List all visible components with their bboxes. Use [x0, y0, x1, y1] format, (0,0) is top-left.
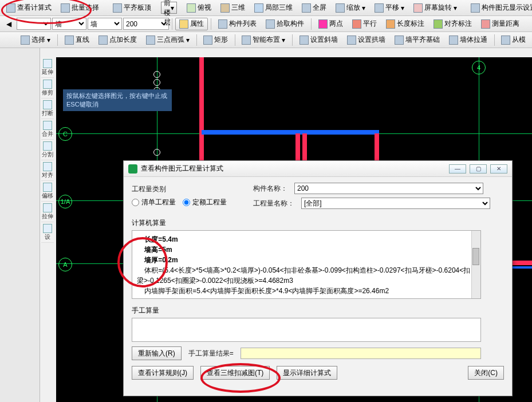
from-icon [501, 36, 510, 45]
property-icon [179, 19, 188, 29]
three-arc-dropdown[interactable]: 三点画弧 ▾ [142, 34, 194, 46]
toolbar-row-1: 查看计算式 批量选择 平齐板顶 当前楼层 ▾ 俯视 三维 局部三维 全屏 缩放 … [0, 0, 532, 16]
pan-dropdown[interactable]: 平移 ▾ [371, 2, 408, 14]
local-3d-button[interactable]: 局部三维 [250, 2, 297, 14]
align-top-label: 平齐板顶 [124, 3, 151, 13]
vtool-break[interactable]: 打断 [41, 98, 54, 119]
dialog-titlebar[interactable]: 查看构件图元工程量计算式 — ▢ ✕ [124, 161, 512, 177]
align-annot-button[interactable]: 对齐标注 [429, 18, 476, 30]
set-ramp-button[interactable]: 设置斜墙 [295, 34, 342, 46]
show-detail-button[interactable]: 显示详细计算式 [277, 366, 337, 380]
smart-layout-dropdown[interactable]: 智能布置 ▾ [238, 34, 289, 46]
close-button[interactable]: 关闭(C) [468, 366, 504, 380]
extend-icon [43, 59, 52, 68]
fullscreen-button[interactable]: 全屏 [298, 2, 330, 14]
radio-bill-input[interactable] [132, 199, 139, 206]
parallel-button[interactable]: 平行 [348, 18, 381, 30]
two-point-button[interactable]: 两点 [314, 18, 347, 30]
toolbar-row-3: 选择 ▾ 直线 点加长度 三点画弧 ▾ 矩形 智能布置 ▾ 设置斜墙 设置拱墙 … [0, 32, 532, 48]
3d-button[interactable]: 三维 [216, 2, 249, 14]
add-length-button[interactable]: 点加长度 [94, 34, 141, 46]
trim-icon [43, 80, 52, 89]
wall-through-button[interactable]: 墙体拉通 [445, 34, 491, 46]
twopoint-icon [318, 19, 328, 29]
pick-component-button[interactable]: 拾取构件 [262, 18, 308, 30]
quantity-name-select[interactable]: [全部] [301, 198, 490, 209]
calculation-textbox[interactable]: 长度=5.4m 墙高=5m 墙厚=0.2m 体积=(5.4<长度>*5<墙高>*… [132, 230, 481, 299]
view-formula-button[interactable]: 查看计算式 [2, 2, 56, 14]
measure-button[interactable]: 测量距离 [477, 18, 523, 30]
vtool-merge[interactable]: 合并 [41, 119, 54, 140]
extend-label: 延伸 [42, 68, 53, 76]
wall-combo-1[interactable]: 墙 [52, 18, 86, 30]
scrollbar-thumb[interactable] [472, 248, 479, 265]
rect-label: 矩形 [214, 35, 228, 45]
component-display-button[interactable]: 构件图元显示设置 [467, 2, 532, 14]
zoom-dropdown[interactable]: 缩放 ▾ [332, 2, 369, 14]
3d-label: 三维 [231, 3, 245, 13]
pan-icon [375, 3, 384, 13]
length-annot-button[interactable]: 长度标注 [382, 18, 428, 30]
radio-bill[interactable]: 清单工程量 [132, 198, 176, 207]
batch-select-button[interactable]: 批量选择 [57, 2, 103, 14]
current-floor-dropdown[interactable]: 当前楼层 ▾ [161, 2, 177, 14]
length-annot-label: 长度标注 [397, 19, 424, 29]
thickness-combo[interactable]: 200 [123, 18, 169, 30]
minimize-button[interactable]: — [449, 164, 466, 174]
vtool-offset[interactable]: 偏移 [41, 181, 54, 202]
layer-combo[interactable] [17, 18, 51, 30]
view-3d-deduction-button[interactable]: 查看三维扣减图(T) [200, 366, 270, 380]
wall-leveling-label: 墙平齐基础 [405, 35, 440, 45]
select-label: 选择 [31, 35, 45, 45]
pan-label: 平移 [385, 3, 399, 13]
offset-icon [43, 183, 52, 192]
calc-line-1: 长度=5.4m [144, 235, 178, 243]
calc-line-3: 墙厚=0.2m [144, 256, 178, 264]
rect-icon [203, 36, 212, 45]
vtool-set[interactable]: 设 [41, 222, 54, 243]
manual-result-box[interactable] [241, 348, 481, 359]
reinput-button[interactable]: 重新输入(R) [132, 346, 182, 360]
maximize-button[interactable]: ▢ [470, 164, 487, 174]
wall-leveling-button[interactable]: 墙平齐基础 [391, 34, 444, 46]
local3d-label: 局部三维 [265, 3, 293, 13]
vtool-trim[interactable]: 修剪 [41, 78, 54, 98]
wall-combo-2[interactable]: 墙 [88, 18, 122, 30]
left-panel [0, 48, 40, 402]
scrollbar[interactable] [471, 231, 480, 298]
line-button[interactable]: 直线 [61, 34, 93, 46]
select-dropdown[interactable]: 选择 ▾ [17, 34, 54, 46]
pick-icon [266, 19, 275, 29]
set-arch-button[interactable]: 设置拱墙 [343, 34, 389, 46]
axis-label-c: C [58, 127, 72, 141]
component-table-label: 构件列表 [229, 19, 257, 29]
radio-bill-label: 清单工程量 [141, 198, 176, 207]
radio-quota[interactable]: 定额工程量 [183, 198, 227, 207]
component-name-select[interactable]: 200 [294, 183, 483, 194]
view-rule-button[interactable]: 查看计算规则(J) [132, 366, 194, 380]
view-formula-label: 查看计算式 [17, 3, 52, 13]
vtool-extend[interactable]: 延伸 [41, 57, 54, 78]
close-x-button[interactable]: ✕ [490, 164, 507, 174]
screen-rotate-dropdown[interactable]: 屏幕旋转 ▾ [409, 2, 461, 14]
table-icon [218, 19, 227, 29]
rect-button[interactable]: 矩形 [199, 34, 232, 46]
component-table-button[interactable]: 构件列表 [214, 18, 261, 30]
align-board-top-button[interactable]: 平齐板顶 [109, 2, 155, 14]
vtool-stretch[interactable]: 拉伸 [41, 202, 54, 222]
radio-quota-input[interactable] [183, 199, 190, 206]
overlook-button[interactable]: 俯视 [183, 2, 215, 14]
vtool-align[interactable]: 对齐 [41, 160, 54, 181]
vtool-split[interactable]: 分割 [41, 140, 54, 160]
property-button[interactable]: 属性 [175, 18, 208, 30]
manual-textbox[interactable] [132, 318, 481, 342]
stretch-icon [43, 203, 52, 212]
line-icon [65, 36, 74, 45]
break-icon [43, 100, 52, 109]
valign-icon [43, 162, 52, 171]
overlook-icon [187, 3, 196, 13]
axis-label-4: 4 [472, 61, 486, 74]
from-button[interactable]: 从模 [497, 34, 530, 46]
align-annot-icon [434, 19, 443, 29]
nav-left-button[interactable]: ◀ [2, 18, 15, 30]
